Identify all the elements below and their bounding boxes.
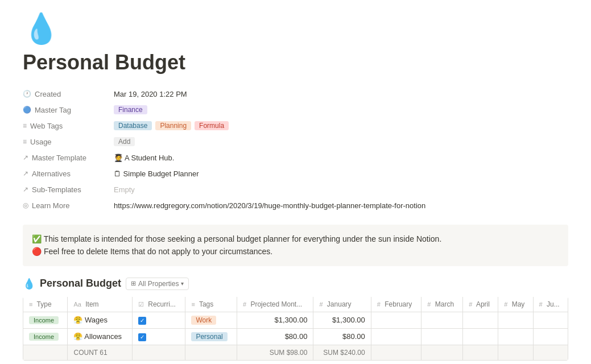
add-usage-button[interactable]: Add [114,137,135,146]
page-title: Personal Budget [23,51,568,75]
circle-icon: ◎ [23,201,28,209]
hash-col-icon-4: # [427,301,431,308]
cell-recurring-1[interactable] [132,312,185,328]
property-value-master-tag: Finance [114,105,568,114]
table-footer-row: COUNT 61 SUM $98.00 SUM $240.00 [23,345,568,360]
footer-tags [185,345,237,360]
property-value-master-template: 🧑‍🎓 A Student Hub. [114,154,568,162]
tag-col-icon: ≡ [191,301,195,308]
cell-april-2 [463,328,498,345]
hash-col-icon-6: # [504,301,507,308]
lines-icon-2: ≡ [23,138,27,146]
cell-may-1 [498,312,533,328]
col-header-march[interactable]: # March [421,297,463,312]
income-badge-1: Income [29,316,59,324]
col-header-may[interactable]: # May [498,297,533,312]
col-header-tags[interactable]: ≡ Tags [185,297,237,312]
property-row-alternatives: ↗ Alternatives 🗒 Simple Budget Planner [23,166,568,181]
database-tag[interactable]: Database [114,121,152,130]
footer-item: COUNT 61 [68,345,132,360]
hash-col-icon-7: # [539,301,543,308]
cell-june-2 [533,328,568,345]
chevron-down-icon: ▾ [181,280,184,287]
hash-col-icon-2: # [319,301,323,308]
cell-march-2 [421,328,463,345]
cell-tags-2[interactable]: Personal [185,328,237,345]
callout-box: ✅ This template is intended for those se… [23,225,568,266]
col-header-january[interactable]: # January [313,297,371,312]
planning-tag[interactable]: Planning [155,121,191,130]
footer-march [421,345,463,360]
callout-line-2: 🔴 Feel free to delete Items that do not … [32,245,441,258]
col-header-item[interactable]: Aa Item [68,297,132,312]
property-value-alternatives: 🗒 Simple Budget Planner [114,169,568,178]
hash-col-icon-1: # [243,301,246,308]
learn-more-link[interactable]: https://www.redgregory.com/notion/2020/3… [114,201,425,210]
checkbox-2[interactable] [138,333,146,341]
work-tag-1: Work [191,316,216,325]
tag-icon: 🔵 [23,106,31,114]
footer-type [23,345,68,360]
cell-type-2[interactable]: Income [23,328,68,345]
property-value-learn-more: https://www.redgregory.com/notion/2020/3… [114,201,568,210]
cell-recurring-2[interactable] [132,328,185,345]
database-table: ≡ Type Aa Item ☑ Recurri... ≡ Tags [23,297,568,361]
footer-projected: SUM $98.00 [237,345,313,360]
property-row-learn-more: ◎ Learn More https://www.redgregory.com/… [23,197,568,213]
database-section-header: 💧 Personal Budget ⊞ All Properties ▾ [23,278,568,290]
page-icon: 💧 [23,11,568,46]
check-col-icon: ☑ [138,301,144,308]
callout-text: ✅ This template is intended for those se… [32,233,441,258]
col-header-type[interactable]: ≡ Type [23,297,68,312]
cell-tags-1[interactable]: Work [185,312,237,328]
cell-january-1: $1,300.00 [313,312,371,328]
grid-icon: ⊞ [131,280,136,287]
properties-section: 🕐 Created Mar 19, 2020 1:22 PM 🔵 Master … [23,86,568,213]
hash-col-icon-3: # [377,301,381,308]
property-value-created: Mar 19, 2020 1:22 PM [114,90,568,98]
footer-may [498,345,533,360]
cell-march-1 [421,312,463,328]
hash-col-icon-5: # [469,301,472,308]
cell-may-2 [498,328,533,345]
property-label-sub-templates: ↗ Sub-Templates [23,185,114,194]
personal-tag-1: Personal [191,332,227,341]
cell-april-1 [463,312,498,328]
cell-projected-1: $1,300.00 [237,312,313,328]
col-header-february[interactable]: # February [371,297,421,312]
database-icon: 💧 [23,278,35,290]
cell-type-1[interactable]: Income [23,312,68,328]
clock-icon: 🕐 [23,90,31,98]
formula-tag[interactable]: Formula [195,121,229,130]
page-container: 💧 Personal Budget 🕐 Created Mar 19, 2020… [0,0,591,361]
table-row: Income 😤 Allowances Personal $80.00 $80.… [23,328,568,345]
arrow-icon: ↗ [23,154,28,162]
col-header-recurring[interactable]: ☑ Recurri... [132,297,185,312]
cell-item-2[interactable]: 😤 Allowances [68,328,132,345]
text-col-icon: Aa [73,301,81,308]
footer-june [533,345,568,360]
property-label-created: 🕐 Created [23,90,114,98]
col-header-april[interactable]: # April [463,297,498,312]
lines-col-icon: ≡ [29,301,32,308]
property-label-master-tag: 🔵 Master Tag [23,106,114,114]
col-header-june[interactable]: # Ju... [533,297,568,312]
property-label-web-tags: ≡ Web Tags [23,122,114,130]
property-row-web-tags: ≡ Web Tags Database Planning Formula [23,118,568,134]
cell-projected-2: $80.00 [237,328,313,345]
property-row-sub-templates: ↗ Sub-Templates Empty [23,181,568,197]
all-properties-button[interactable]: ⊞ All Properties ▾ [126,278,189,290]
cell-june-1 [533,312,568,328]
finance-tag[interactable]: Finance [114,105,147,114]
footer-february [371,345,421,360]
property-value-sub-templates: Empty [114,185,568,194]
cell-february-1 [371,312,421,328]
database-title: Personal Budget [40,278,121,289]
table-row: Income 😤 Wages Work $1,300.00 $1,300.00 [23,312,568,328]
property-value-web-tags: Database Planning Formula [114,121,568,130]
col-header-projected[interactable]: # Projected Mont... [237,297,313,312]
cell-item-1[interactable]: 😤 Wages [68,312,132,328]
property-row-master-template: ↗ Master Template 🧑‍🎓 A Student Hub. [23,150,568,166]
property-row-usage: ≡ Usage Add [23,134,568,150]
checkbox-1[interactable] [138,317,146,325]
